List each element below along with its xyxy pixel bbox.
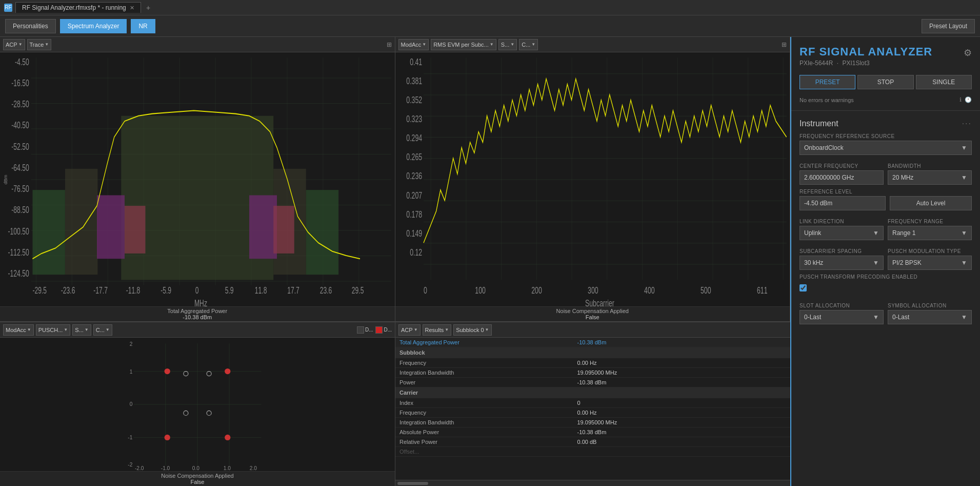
abs-power-label: Absolute Power [395, 427, 573, 437]
horizontal-scrollbar[interactable] [395, 480, 790, 486]
rms-evm-dropdown[interactable]: RMS EVM per Subc... ▼ [431, 39, 496, 50]
instrument-menu-dots[interactable]: ··· [962, 119, 972, 128]
spectrum-analyzer-button[interactable]: Spectrum Analyzer [60, 19, 127, 33]
modacc-panel: ModAcc ▼ RMS EVM per Subc... ▼ S... ▼ C.… [395, 37, 791, 321]
svg-text:5.9: 5.9 [225, 285, 234, 296]
subblock-header: Subblock [395, 347, 790, 358]
c-label: C... [522, 42, 530, 48]
svg-text:0: 0 [130, 401, 133, 407]
close-tab-icon[interactable]: ✕ [130, 5, 134, 11]
sidebar-divider1 [791, 110, 980, 111]
svg-text:-100.50: -100.50 [8, 226, 29, 236]
symbol-alloc-label: SYMBOL ALLOCATION [888, 303, 972, 308]
power-value: -10.38 dBm [573, 378, 791, 387]
freq-range-value: Range 1 [892, 229, 915, 237]
main-area: ACP ▼ Trace ▼ ⊞ dBm [0, 37, 980, 486]
constellation-status-label: Noise Compensation Applied [4, 473, 391, 479]
frequency-label: Frequency [395, 358, 573, 368]
svg-text:400: 400 [644, 285, 655, 296]
modacc-arrow: ▼ [422, 42, 426, 47]
svg-rect-30 [97, 195, 125, 259]
subcarrier-select[interactable]: 30 kHz ▼ [799, 256, 884, 270]
info-icon[interactable]: ℹ [959, 96, 962, 103]
acp-chart-svg: -4.50 -16.50 -28.50 -40.50 -52.50 -64.50… [0, 52, 395, 306]
panel-resize-icon[interactable]: ⊞ [387, 41, 392, 48]
integration-bw-row: Integration Bandwidth 19.095000 MHz [395, 368, 790, 378]
rel-power-value: 0.00 dB [573, 437, 791, 447]
results-dropdown[interactable]: Results ▼ [423, 324, 452, 336]
d-label: D... [365, 327, 373, 333]
evm-chart-svg: 0.41 0.381 0.352 0.323 0.294 0.265 0.236… [395, 52, 790, 306]
stop-button[interactable]: STOP [857, 75, 913, 89]
trace-dropdown[interactable]: Trace ▼ [27, 39, 52, 50]
auto-level-button[interactable]: Auto Level [890, 196, 972, 210]
modacc-resize-icon[interactable]: ⊞ [782, 41, 787, 48]
index-value: 0 [573, 398, 791, 408]
s2-dropdown[interactable]: S... ▼ [72, 324, 91, 336]
svg-text:0.41: 0.41 [410, 56, 422, 67]
subtitle-separator: · [837, 60, 838, 67]
abs-power-value: -10.38 dBm [573, 427, 791, 437]
subblock-dropdown[interactable]: Subblock 0 ▼ [453, 324, 491, 336]
d-toggle[interactable] [357, 326, 364, 334]
svg-text:-1: -1 [128, 435, 132, 440]
pusch-transform-checkbox[interactable] [799, 284, 807, 291]
pusch-transform-row [799, 281, 972, 295]
svg-text:0.294: 0.294 [406, 133, 422, 143]
s-dropdown[interactable]: S... ▼ [498, 39, 517, 50]
bandwidth-label: BANDWIDTH [888, 163, 972, 169]
acp-spectrum-panel: ACP ▼ Trace ▼ ⊞ dBm [0, 37, 395, 321]
modacc-dropdown[interactable]: ModAcc ▼ [398, 39, 429, 50]
slot-symbol-row: SLOT ALLOCATION 0-Last ▼ SYMBOL ALLOCATI… [799, 299, 972, 324]
preset-layout-button[interactable]: Preset Layout [922, 19, 975, 33]
gear-icon[interactable]: ⚙ [964, 47, 972, 59]
rms-evm-label: RMS EVM per Subc... [433, 42, 489, 48]
ref-level-input[interactable] [799, 196, 886, 210]
acp-dropdown[interactable]: ACP ▼ [3, 39, 25, 50]
center-freq-input[interactable] [799, 170, 884, 185]
subblock-header-row: Subblock [395, 347, 790, 358]
svg-text:2: 2 [130, 341, 133, 347]
sidebar-subtitle: PXIe-5644R · PXI1Slot3 [799, 60, 932, 67]
carrier-intbw-label: Integration Bandwidth [395, 418, 573, 427]
preset-button[interactable]: PRESET [799, 75, 855, 89]
acp-results-dropdown[interactable]: ACP ▼ [398, 324, 421, 336]
c-dropdown[interactable]: C... ▼ [519, 39, 538, 50]
modacc2-dropdown[interactable]: ModAcc ▼ [3, 324, 34, 336]
freq-ref-select[interactable]: OnboardClock ▼ [799, 141, 972, 155]
svg-text:-4.50: -4.50 [15, 56, 29, 67]
dbm-axis-label: dBm [3, 174, 8, 184]
freq-range-select[interactable]: Range 1 ▼ [888, 226, 972, 240]
symbol-alloc-select[interactable]: 0-Last ▼ [888, 310, 972, 324]
rms-evm-arrow: ▼ [490, 42, 494, 47]
history-icon[interactable]: 🕐 [965, 96, 972, 103]
results-bottom-panel: ACP ▼ Results ▼ Subblock 0 ▼ [395, 322, 790, 486]
pusch-mod-select[interactable]: PI/2 BPSK ▼ [888, 256, 972, 270]
scrollbar-thumb[interactable] [397, 482, 428, 485]
nr-button[interactable]: NR [131, 19, 155, 33]
c2-dropdown[interactable]: C... ▼ [93, 324, 112, 336]
active-tab[interactable]: RF Signal Analyzer.rfmxsfp * - running ✕ [15, 2, 141, 13]
acp-dropdown-label: ACP [6, 42, 17, 48]
tab-title: RF Signal Analyzer.rfmxsfp * - running [22, 4, 126, 11]
link-dir-select[interactable]: Uplink ▼ [799, 226, 884, 240]
slot-alloc-select[interactable]: 0-Last ▼ [799, 310, 884, 324]
carrier-header-row: Carrier [395, 387, 790, 398]
freq-ref-arrow: ▼ [961, 144, 967, 151]
carrier-freq-label: Frequency [395, 408, 573, 418]
add-tab-button[interactable]: + [146, 4, 150, 12]
bandwidth-select[interactable]: 20 MHz ▼ [888, 170, 972, 185]
sidebar-action-buttons: PRESET STOP SINGLE [791, 71, 980, 93]
freq-range-col: FREQUENCY RANGE Range 1 ▼ [888, 215, 972, 240]
svg-text:-2.0: -2.0 [135, 465, 144, 471]
trace-dropdown-arrow: ▼ [45, 42, 49, 47]
evm-chart-area: 0.41 0.381 0.352 0.323 0.294 0.265 0.236… [395, 52, 790, 306]
ref-level-label: REFERENCE LEVEL [799, 189, 972, 195]
pusch-dropdown[interactable]: PUSCH... ▼ [36, 324, 71, 336]
instrument-section: Instrument ··· FREQUENCY REFERENCE SOURC… [791, 115, 980, 328]
single-button[interactable]: SINGLE [916, 75, 972, 89]
svg-text:1: 1 [130, 369, 133, 375]
personalities-button[interactable]: Personalities [5, 19, 56, 33]
d2-toggle[interactable] [375, 326, 383, 334]
svg-text:-124.50: -124.50 [8, 268, 29, 279]
